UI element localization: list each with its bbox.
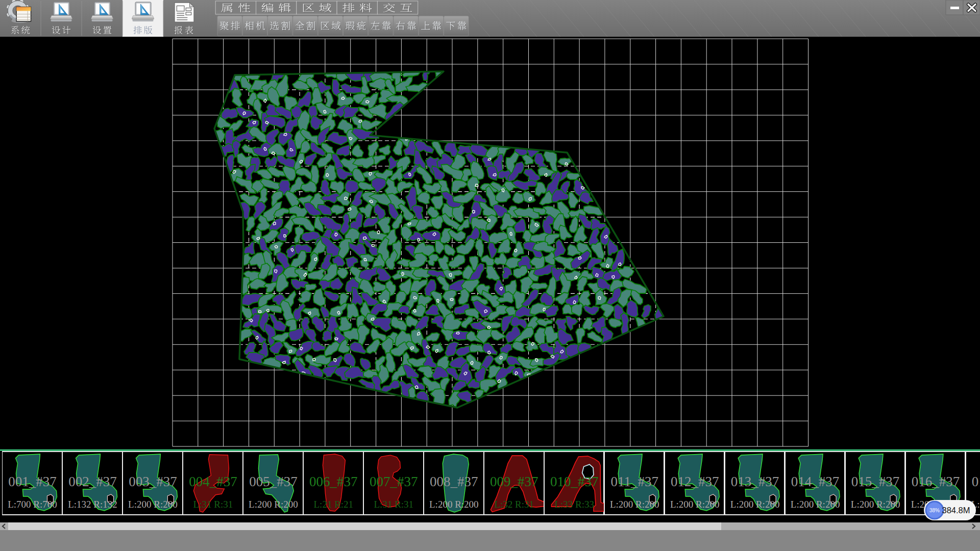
svg-text:016_#37: 016_#37 (912, 474, 960, 489)
svg-text:L:200 R:200: L:200 R:200 (429, 499, 479, 510)
svg-text:003_#37: 003_#37 (129, 474, 177, 489)
svg-text:L:200 R:200: L:200 R:200 (670, 499, 720, 510)
svg-text:011_#37: 011_#37 (610, 474, 658, 489)
svg-text:010_#37: 010_#37 (550, 474, 599, 489)
svg-text:008_#37: 008_#37 (430, 474, 478, 489)
svg-text:006_#37: 006_#37 (309, 474, 358, 489)
svg-text:L:200 R:200: L:200 R:200 (249, 499, 298, 510)
svg-text:L:200 R:200: L:200 R:200 (791, 499, 840, 510)
svg-text:L:200 R:200: L:200 R:200 (128, 499, 178, 510)
svg-text:017_#37: 017_#37 (972, 474, 980, 489)
svg-text:013_#37: 013_#37 (731, 474, 779, 489)
svg-text:009_#37: 009_#37 (490, 474, 538, 489)
svg-text:005_#37: 005_#37 (249, 474, 298, 489)
svg-text:L:33 R:33: L:33 R:33 (554, 499, 594, 510)
svg-text:L:200 R:200: L:200 R:200 (610, 499, 659, 510)
svg-text:012_#37: 012_#37 (671, 474, 719, 489)
svg-text:L:132 R:132: L:132 R:132 (68, 499, 117, 510)
svg-text:L:200 R:200: L:200 R:200 (851, 499, 900, 510)
svg-text:004_#37: 004_#37 (189, 474, 237, 489)
svg-text:L:32 R:31: L:32 R:31 (494, 499, 534, 510)
svg-text:002_#37: 002_#37 (68, 474, 117, 489)
svg-text:L:21 R:21: L:21 R:21 (314, 499, 354, 510)
svg-text:L:31 R:31: L:31 R:31 (374, 499, 414, 510)
svg-text:L:31 R:31: L:31 R:31 (193, 499, 233, 510)
svg-text:015_#37: 015_#37 (851, 474, 900, 489)
svg-text:L:200 R:200: L:200 R:200 (730, 499, 780, 510)
svg-text:38%: 38% (929, 508, 940, 513)
svg-text:014_#37: 014_#37 (791, 474, 840, 489)
svg-text:007_#37: 007_#37 (370, 474, 418, 489)
svg-text:L:700 R:700: L:700 R:700 (8, 499, 57, 510)
svg-text:001_#37: 001_#37 (8, 474, 57, 489)
svg-text:384.8M: 384.8M (942, 506, 970, 515)
